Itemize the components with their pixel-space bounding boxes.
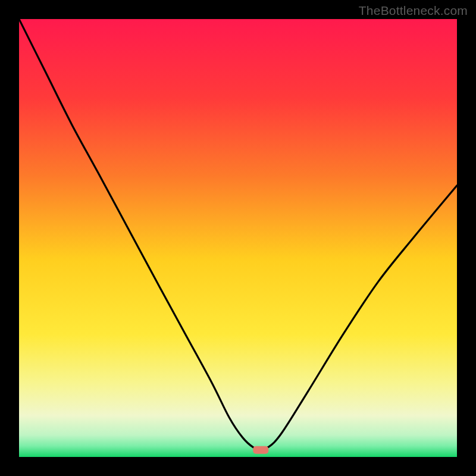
optimal-point-marker [253, 446, 268, 454]
chart-background [19, 19, 457, 457]
watermark-text: TheBottleneck.com [359, 4, 468, 18]
plot-svg [19, 19, 457, 457]
chart-frame: TheBottleneck.com [0, 0, 476, 476]
plot-area [19, 19, 457, 457]
